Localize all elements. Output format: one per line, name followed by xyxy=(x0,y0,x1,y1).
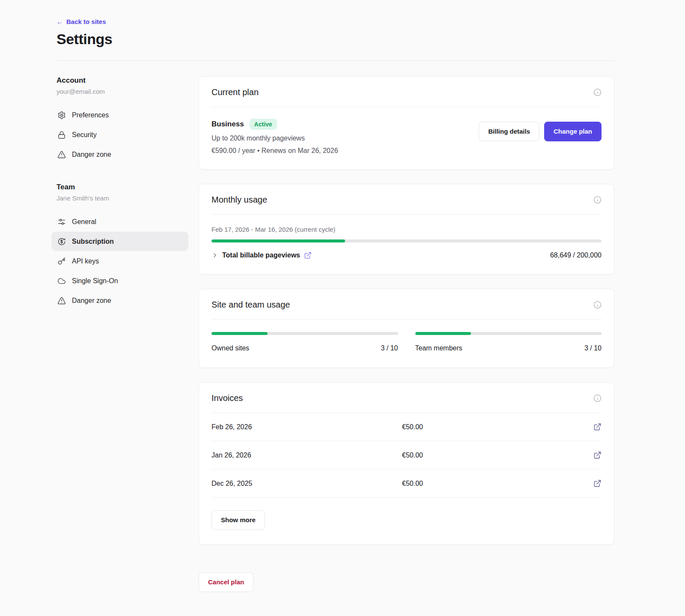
monthly-usage-card: Monthly usage Feb 17, 2026 - Mar 16, 202… xyxy=(199,184,614,275)
info-icon[interactable] xyxy=(593,88,602,96)
back-to-sites-link[interactable]: ← Back to sites xyxy=(57,18,106,25)
sidebar-item-subscription[interactable]: Subscription xyxy=(51,232,188,251)
plan-name: Business xyxy=(211,120,244,129)
sidebar-item-general[interactable]: General xyxy=(51,212,188,231)
external-link-icon[interactable] xyxy=(593,451,602,459)
sidebar-item-label: General xyxy=(72,218,96,226)
change-plan-button[interactable]: Change plan xyxy=(544,122,602,141)
external-link-icon[interactable] xyxy=(593,479,602,487)
billing-cycle-text: Feb 17, 2026 - Mar 16, 2026 (current cyc… xyxy=(211,226,602,233)
alert-triangle-icon xyxy=(57,150,66,159)
sidebar-item-preferences[interactable]: Preferences xyxy=(51,105,188,125)
chevron-right-icon[interactable] xyxy=(211,252,218,259)
sliders-icon xyxy=(57,218,66,226)
sidebar-item-label: Danger zone xyxy=(72,297,111,305)
team-members-progress-fill xyxy=(415,332,471,335)
invoice-amount: €50.00 xyxy=(402,423,593,431)
invoice-date: Dec 26, 2025 xyxy=(211,480,402,487)
key-icon xyxy=(57,257,66,266)
billing-details-button[interactable]: Billing details xyxy=(479,122,539,141)
invoices-card: Invoices Feb 26, 2026 €50.00 Jan 26, 202… xyxy=(199,382,614,545)
team-name: Jane Smith's team xyxy=(57,194,188,202)
owned-sites-meter: Owned sites 3 / 10 xyxy=(211,332,398,352)
sidebar-section-team: Team Jane Smith's team General Subscript… xyxy=(57,183,188,310)
sidebar-section-account: Account your@email.com Preferences Secur… xyxy=(57,76,188,164)
meter-label: Owned sites xyxy=(211,344,249,352)
meter-value: 3 / 10 xyxy=(381,344,398,352)
info-icon[interactable] xyxy=(593,301,602,309)
settings-page: ← Back to sites Settings Account your@em… xyxy=(0,0,685,616)
cloud-icon xyxy=(57,277,66,285)
info-icon[interactable] xyxy=(593,394,602,402)
header-divider xyxy=(57,60,614,61)
meter-label: Team members xyxy=(415,344,462,352)
account-nav: Preferences Security Danger zone xyxy=(51,105,188,164)
card-title-invoices: Invoices xyxy=(211,393,243,403)
sidebar-item-api-keys[interactable]: API keys xyxy=(51,251,188,271)
sidebar-item-security[interactable]: Security xyxy=(51,125,188,144)
owned-sites-progress-track xyxy=(211,332,398,335)
card-title-monthly-usage: Monthly usage xyxy=(211,195,267,205)
team-members-progress-track xyxy=(415,332,602,335)
card-title-current-plan: Current plan xyxy=(211,87,259,97)
plan-pageviews-line: Up to 200k monthly pageviews xyxy=(211,135,338,142)
sidebar-item-account-danger-zone[interactable]: Danger zone xyxy=(51,145,188,164)
dollar-refresh-icon xyxy=(57,237,66,246)
invoice-amount: €50.00 xyxy=(402,480,593,487)
external-link-icon[interactable] xyxy=(593,423,602,431)
settings-sidebar: Account your@email.com Preferences Secur… xyxy=(57,76,188,329)
cancel-plan-button[interactable]: Cancel plan xyxy=(199,572,253,592)
invoice-date: Feb 26, 2026 xyxy=(211,423,402,431)
sidebar-item-label: API keys xyxy=(72,257,99,265)
lock-icon xyxy=(57,131,66,139)
owned-sites-progress-fill xyxy=(211,332,268,335)
pageviews-progress-track xyxy=(211,239,602,242)
invoice-row: Jan 26, 2026 €50.00 xyxy=(211,441,602,469)
page-title: Settings xyxy=(57,31,614,48)
sidebar-item-label: Security xyxy=(72,131,97,139)
sidebar-item-single-sign-on[interactable]: Single Sign-On xyxy=(51,271,188,290)
team-nav: General Subscription API keys Single Sig… xyxy=(51,212,188,310)
invoice-row: Feb 26, 2026 €50.00 xyxy=(211,413,602,441)
sidebar-item-label: Subscription xyxy=(72,238,114,245)
metric-label: Total billable pageviews xyxy=(222,251,300,259)
info-icon[interactable] xyxy=(593,196,602,204)
invoice-amount: €50.00 xyxy=(402,452,593,459)
site-team-usage-card: Site and team usage Owned sites 3 / 10 xyxy=(199,289,614,368)
card-title-site-team-usage: Site and team usage xyxy=(211,300,290,310)
sidebar-item-label: Preferences xyxy=(72,111,109,119)
sidebar-item-team-danger-zone[interactable]: Danger zone xyxy=(51,291,188,310)
total-billable-pageviews-row[interactable]: Total billable pageviews xyxy=(211,251,312,259)
team-members-meter: Team members 3 / 10 xyxy=(415,332,602,352)
invoice-date: Jan 26, 2026 xyxy=(211,452,402,459)
plan-price-line: €590.00 / year • Renews on Mar 26, 2026 xyxy=(211,147,338,155)
status-badge: Active xyxy=(250,119,277,130)
back-to-sites-label: Back to sites xyxy=(66,18,106,25)
sidebar-section-title: Team xyxy=(57,183,188,191)
arrow-left-icon: ← xyxy=(57,18,63,25)
current-plan-card: Current plan Business Active Up to 200k … xyxy=(199,76,614,170)
show-more-button[interactable]: Show more xyxy=(211,510,265,530)
alert-triangle-icon xyxy=(57,296,66,305)
plan-summary: Business Active Up to 200k monthly pagev… xyxy=(211,119,338,155)
sidebar-item-label: Danger zone xyxy=(72,151,111,158)
meter-value: 3 / 10 xyxy=(584,344,602,352)
external-link-icon[interactable] xyxy=(304,251,312,259)
pageviews-value: 68,649 / 200,000 xyxy=(550,251,602,259)
gear-icon xyxy=(57,111,66,120)
pageviews-progress-fill xyxy=(211,239,345,242)
account-email: your@email.com xyxy=(57,88,188,95)
sidebar-section-title: Account xyxy=(57,76,188,85)
bottom-spacer xyxy=(199,606,614,616)
invoice-row: Dec 26, 2025 €50.00 xyxy=(211,469,602,498)
sidebar-item-label: Single Sign-On xyxy=(72,277,118,285)
subscription-main: Current plan Business Active Up to 200k … xyxy=(199,76,614,616)
